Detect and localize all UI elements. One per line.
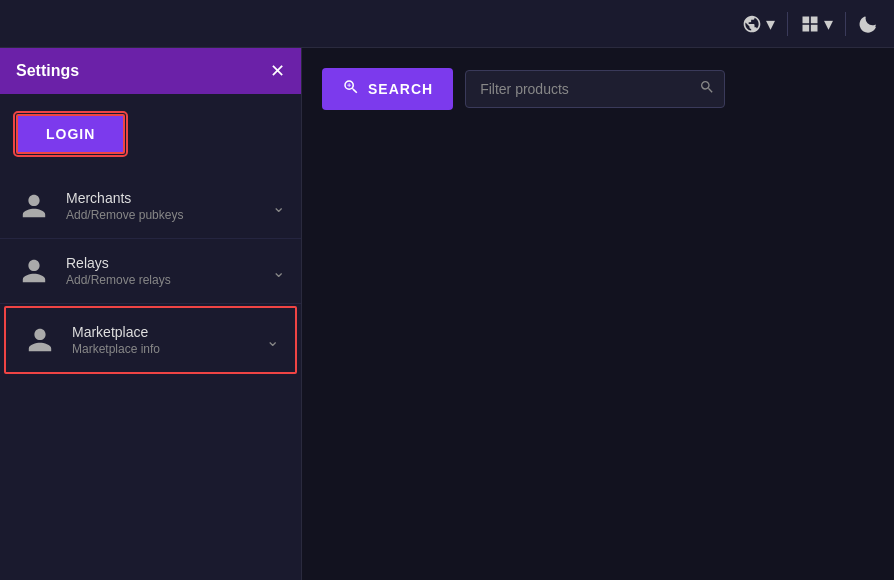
globe-icon[interactable]: ▾ xyxy=(742,13,775,35)
relays-subtitle: Add/Remove relays xyxy=(66,273,258,287)
top-bar: ▾ ▾ xyxy=(0,0,894,48)
sidebar-item-marketplace[interactable]: Marketplace Marketplace info ⌄ xyxy=(4,306,297,374)
merchants-text: Merchants Add/Remove pubkeys xyxy=(66,190,258,222)
content-body xyxy=(322,130,874,560)
sidebar-item-relays[interactable]: Relays Add/Remove relays ⌄ xyxy=(0,239,301,304)
nav-list: Merchants Add/Remove pubkeys ⌄ Relays Ad… xyxy=(0,174,301,376)
grid-chevron: ▾ xyxy=(824,13,833,35)
divider-1 xyxy=(787,12,788,36)
marketplace-subtitle: Marketplace info xyxy=(72,342,252,356)
divider-2 xyxy=(845,12,846,36)
sidebar-title: Settings xyxy=(16,62,79,80)
search-button[interactable]: SEARCH xyxy=(322,68,453,110)
merchants-subtitle: Add/Remove pubkeys xyxy=(66,208,258,222)
merchants-chevron: ⌄ xyxy=(272,197,285,216)
filter-input-wrapper xyxy=(465,70,725,108)
relays-chevron: ⌄ xyxy=(272,262,285,281)
search-row: SEARCH xyxy=(322,68,874,110)
main-layout: Settings ✕ LOGIN Merchants Add/Remove pu… xyxy=(0,48,894,580)
marketplace-chevron: ⌄ xyxy=(266,331,279,350)
relays-icon xyxy=(16,253,52,289)
grid-icon[interactable]: ▾ xyxy=(800,13,833,35)
relays-title: Relays xyxy=(66,255,258,271)
sidebar-header: Settings ✕ xyxy=(0,48,301,94)
search-button-label: SEARCH xyxy=(368,81,433,97)
login-section: LOGIN xyxy=(0,94,301,174)
content-area: SEARCH xyxy=(302,48,894,580)
sidebar-item-merchants[interactable]: Merchants Add/Remove pubkeys ⌄ xyxy=(0,174,301,239)
merchants-title: Merchants xyxy=(66,190,258,206)
close-button[interactable]: ✕ xyxy=(270,62,285,80)
merchants-icon xyxy=(16,188,52,224)
marketplace-title: Marketplace xyxy=(72,324,252,340)
marketplace-icon xyxy=(22,322,58,358)
sidebar: Settings ✕ LOGIN Merchants Add/Remove pu… xyxy=(0,48,302,580)
login-button[interactable]: LOGIN xyxy=(16,114,125,154)
filter-input[interactable] xyxy=(465,70,725,108)
search-button-icon xyxy=(342,78,360,100)
globe-chevron: ▾ xyxy=(766,13,775,35)
marketplace-text: Marketplace Marketplace info xyxy=(72,324,252,356)
relays-text: Relays Add/Remove relays xyxy=(66,255,258,287)
moon-icon[interactable] xyxy=(858,14,878,34)
